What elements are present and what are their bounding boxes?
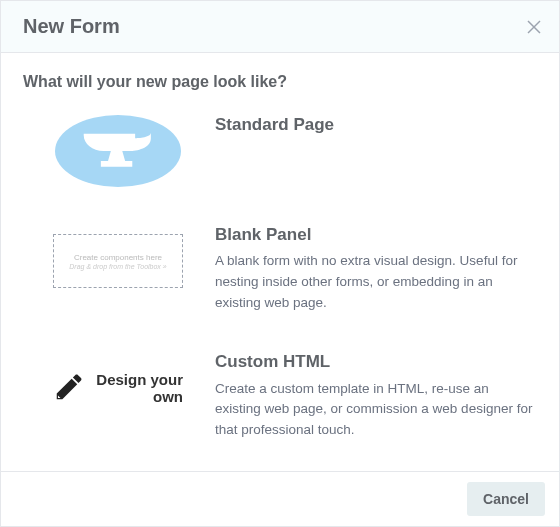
option-title: Custom HTML <box>215 352 537 372</box>
thumb-blank-panel: Create components here Drag & drop from … <box>53 225 183 297</box>
option-title: Standard Page <box>215 115 537 135</box>
option-text: Blank Panel A blank form with no extra v… <box>215 225 537 314</box>
option-title: Blank Panel <box>215 225 537 245</box>
option-text: Custom HTML Create a custom template in … <box>215 352 537 441</box>
thumb-line1: Create components here <box>74 253 162 262</box>
cancel-button[interactable]: Cancel <box>467 482 545 516</box>
pencil-icon <box>53 368 83 408</box>
thumb-custom-html: Design your own <box>53 352 183 424</box>
dialog-header: New Form <box>1 1 559 53</box>
prompt-text: What will your new page look like? <box>23 73 537 91</box>
option-standard-page[interactable]: Standard Page <box>23 115 537 187</box>
design-label: Design your own <box>93 371 183 406</box>
close-button[interactable] <box>525 18 543 36</box>
thumb-line2: Drag & drop from the Toolbox » <box>69 263 166 270</box>
close-icon <box>527 20 541 34</box>
option-blank-panel[interactable]: Create components here Drag & drop from … <box>23 225 537 314</box>
dialog-title: New Form <box>23 15 120 38</box>
anvil-ellipse <box>55 115 181 187</box>
new-form-dialog: New Form What will your new page look li… <box>0 0 560 527</box>
option-text: Standard Page <box>215 115 537 141</box>
thumb-standard-page <box>53 115 183 187</box>
dashed-box: Create components here Drag & drop from … <box>53 234 183 288</box>
anvil-icon <box>82 131 154 171</box>
option-custom-html[interactable]: Design your own Custom HTML Create a cus… <box>23 352 537 441</box>
dialog-footer: Cancel <box>1 471 559 526</box>
dialog-body: What will your new page look like? Stand… <box>1 53 559 471</box>
option-desc: A blank form with no extra visual design… <box>215 251 537 314</box>
option-desc: Create a custom template in HTML, re-use… <box>215 379 537 442</box>
